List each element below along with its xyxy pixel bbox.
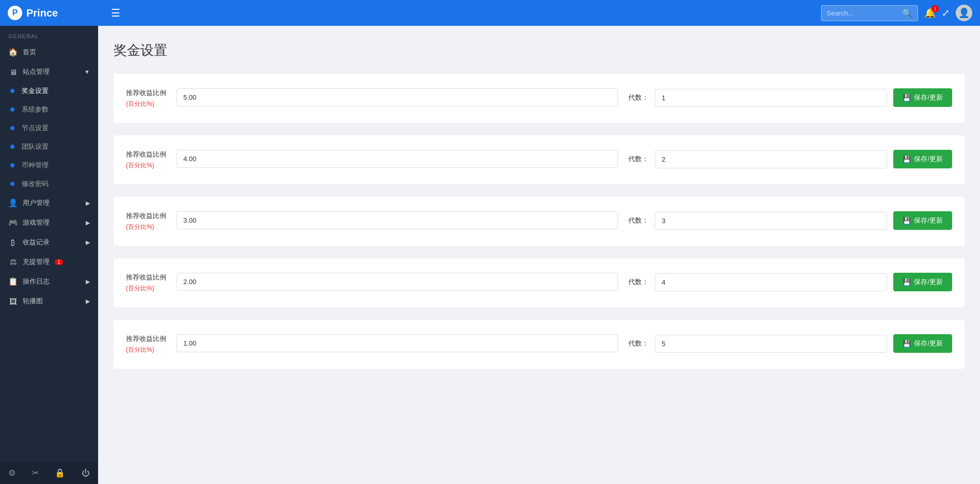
bonus-row-2: 推荐收益比例 (百分比%) 代数： 💾 保存/更新 (114, 135, 965, 184)
logo-area: P Prince (8, 6, 106, 20)
save-label-2: 保存/更新 (914, 154, 943, 164)
arrow-right-icon: ▶ (86, 200, 90, 207)
tools-icon[interactable]: ✂ (32, 468, 39, 478)
save-label-3: 保存/更新 (914, 216, 943, 225)
sidebar-item-system-params[interactable]: 系统参数 (0, 100, 98, 119)
bonus-left-1: 推荐收益比例 (百分比%) (126, 88, 166, 108)
log-icon: 📋 (8, 277, 18, 286)
bonus-right-5: 代数： 💾 保存/更新 (628, 334, 952, 353)
sidebar-item-log-label: 操作日志 (23, 277, 50, 286)
bonus-gen-input-5[interactable] (655, 335, 887, 353)
bonus-input-wrap-4 (177, 273, 618, 291)
bonus-ratio-sublabel-2: (百分比%) (126, 161, 166, 170)
bonus-right-1: 代数： 💾 保存/更新 (628, 88, 952, 107)
arrow-right-icon3: ▶ (86, 239, 90, 246)
arrow-right-icon5: ▶ (86, 298, 90, 305)
sidebar-item-earnings[interactable]: ₿ 收益记录 ▶ (0, 232, 98, 252)
notification-icon[interactable]: 🔔 1 (924, 7, 936, 19)
bonus-gen-input-wrap-3 (655, 212, 887, 230)
sidebar-item-currency-label: 币种管理 (22, 161, 49, 169)
bonus-ratio-label-3: 推荐收益比例 (126, 211, 166, 221)
bonus-ratio-input-5[interactable] (177, 334, 618, 352)
sidebar-item-currency[interactable]: 币种管理 (0, 156, 98, 175)
bitcoin-icon: ₿ (8, 238, 18, 247)
lock-icon[interactable]: 🔒 (55, 468, 65, 478)
sidebar-section-label: GENERAL (0, 26, 98, 42)
main-content: 奖金设置 推荐收益比例 (百分比%) 代数： 💾 保存/更新 推荐收益比例 (百… (98, 26, 980, 484)
save-icon-4: 💾 (903, 278, 911, 286)
bonus-gen-input-4[interactable] (655, 273, 887, 291)
settings-icon[interactable]: ⚙ (8, 468, 15, 478)
home-icon: 🏠 (8, 48, 18, 57)
save-label-1: 保存/更新 (914, 93, 943, 102)
bonus-right-4: 代数： 💾 保存/更新 (628, 273, 952, 291)
hamburger-icon: ☰ (111, 7, 120, 19)
sidebar-item-recharge[interactable]: ⚖ 充提管理 1 (0, 252, 98, 272)
save-label-5: 保存/更新 (914, 339, 943, 348)
bonus-ratio-label-2: 推荐收益比例 (126, 150, 166, 159)
sidebar-item-node-label: 节点设置 (22, 124, 49, 132)
sidebar-item-game-label: 游戏管理 (23, 218, 50, 227)
bonus-row-5: 推荐收益比例 (百分比%) 代数： 💾 保存/更新 (114, 320, 965, 369)
bonus-ratio-input-1[interactable] (177, 88, 618, 106)
dot-icon (10, 145, 14, 149)
bonus-ratio-input-2[interactable] (177, 150, 618, 168)
sidebar-item-home[interactable]: 🏠 首页 (0, 42, 98, 62)
bonus-gen-input-1[interactable] (655, 89, 887, 107)
bonus-gen-input-wrap-2 (655, 150, 887, 168)
sidebar-item-earnings-label: 收益记录 (23, 238, 50, 247)
bonus-row-3: 推荐收益比例 (百分比%) 代数： 💾 保存/更新 (114, 197, 965, 246)
bonus-left-4: 推荐收益比例 (百分比%) (126, 273, 166, 293)
top-header: P Prince ☰ 🔍 🔔 1 ⤢ 👤 (0, 0, 980, 26)
sidebar-item-password-label: 修改密码 (22, 180, 49, 188)
bonus-ratio-sublabel-4: (百分比%) (126, 284, 166, 293)
save-icon-5: 💾 (903, 340, 911, 348)
save-button-2[interactable]: 💾 保存/更新 (893, 150, 952, 168)
monitor-icon: 🖥 (8, 68, 18, 76)
sidebar-item-bonus-settings[interactable]: 奖金设置 (0, 82, 98, 100)
bonus-gen-input-2[interactable] (655, 150, 887, 168)
bonus-gen-input-3[interactable] (655, 212, 887, 230)
bonus-gen-label-4: 代数： (628, 277, 649, 287)
bonus-ratio-label-4: 推荐收益比例 (126, 273, 166, 282)
bonus-gen-label-5: 代数： (628, 339, 649, 348)
bonus-ratio-input-4[interactable] (177, 273, 618, 291)
save-button-5[interactable]: 💾 保存/更新 (893, 334, 952, 353)
dot-icon (10, 107, 14, 112)
sidebar-item-site-label: 站点管理 (23, 67, 50, 76)
bonus-left-2: 推荐收益比例 (百分比%) (126, 150, 166, 170)
user-avatar[interactable]: 👤 (956, 5, 972, 21)
bonus-gen-input-wrap-5 (655, 335, 887, 353)
bonus-input-wrap-2 (177, 150, 618, 168)
recharge-badge: 1 (55, 259, 63, 265)
save-label-4: 保存/更新 (914, 277, 943, 287)
sidebar-item-operation-log[interactable]: 📋 操作日志 ▶ (0, 272, 98, 291)
power-icon[interactable]: ⏻ (82, 469, 90, 478)
bonus-ratio-input-3[interactable] (177, 211, 618, 229)
bonus-left-5: 推荐收益比例 (百分比%) (126, 334, 166, 354)
bonus-input-wrap-5 (177, 334, 618, 352)
sidebar-item-site-management[interactable]: 🖥 站点管理 ▼ (0, 62, 98, 82)
search-icon: 🔍 (902, 8, 912, 18)
sidebar-item-game-management[interactable]: 🎮 游戏管理 ▶ (0, 213, 98, 232)
bonus-row-4: 推荐收益比例 (百分比%) 代数： 💾 保存/更新 (114, 258, 965, 307)
sidebar-item-user-label: 用户管理 (23, 198, 50, 208)
page-title: 奖金设置 (114, 41, 965, 59)
bonus-ratio-label-5: 推荐收益比例 (126, 334, 166, 344)
sidebar-item-user-management[interactable]: 👤 用户管理 ▶ (0, 193, 98, 213)
save-button-3[interactable]: 💾 保存/更新 (893, 211, 952, 230)
save-button-4[interactable]: 💾 保存/更新 (893, 273, 952, 291)
save-icon-1: 💾 (903, 94, 911, 102)
logo-icon: P (8, 6, 22, 20)
save-button-1[interactable]: 💾 保存/更新 (893, 88, 952, 107)
scale-icon: ⚖ (8, 257, 18, 267)
sidebar-footer: ⚙ ✂ 🔒 ⏻ (0, 462, 98, 484)
hamburger-button[interactable]: ☰ (111, 7, 120, 19)
sidebar-item-team-settings[interactable]: 团队设置 (0, 137, 98, 156)
sidebar-item-change-password[interactable]: 修改密码 (0, 175, 98, 193)
search-input[interactable] (827, 9, 899, 17)
bonus-gen-label-3: 代数： (628, 216, 649, 225)
sidebar-item-node-settings[interactable]: 节点设置 (0, 119, 98, 137)
sidebar-item-carousel[interactable]: 🖼 轮播图 ▶ (0, 291, 98, 311)
expand-icon[interactable]: ⤢ (942, 7, 950, 19)
